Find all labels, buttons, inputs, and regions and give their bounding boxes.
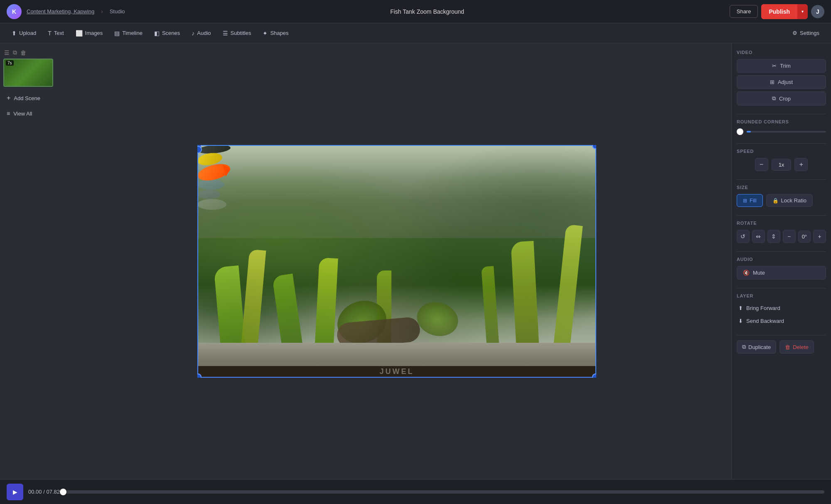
audio-button[interactable]: ♪ Audio (187, 27, 216, 39)
speed-increase-button[interactable]: + (794, 158, 808, 171)
text-button[interactable]: T Text (43, 27, 69, 39)
audio-section: AUDIO 🔇 Mute (737, 257, 826, 280)
share-button[interactable]: Share (730, 5, 758, 18)
delete-icon: 🗑 (785, 344, 790, 350)
trim-button[interactable]: ✂ Trim (737, 59, 826, 73)
user-avatar[interactable]: J (811, 5, 824, 18)
settings-label: Settings (800, 30, 819, 36)
mute-button[interactable]: 🔇 Mute (737, 266, 826, 280)
layer-title: LAYER (737, 293, 826, 298)
subtitles-label: Subtitles (231, 30, 251, 36)
timeline-thumb[interactable] (60, 489, 66, 495)
fill-icon: ⊞ (743, 198, 747, 204)
rotate-increase-button[interactable]: + (813, 230, 826, 243)
rotate-decrease-button[interactable]: − (783, 230, 796, 243)
nav-actions: Share Publish ▾ J (730, 4, 824, 19)
scene-thumbnail[interactable]: 7s (3, 59, 53, 87)
divider-1 (737, 114, 826, 114)
video-section-title: VIDEO (737, 50, 826, 55)
duplicate-icon: ⧉ (742, 344, 746, 350)
view-all-button[interactable]: ≡ View All (3, 108, 59, 119)
rotate-ccw-button[interactable]: ↺ (737, 230, 750, 243)
breadcrumb-link[interactable]: Content Marketing, Kapwing (27, 8, 94, 15)
speed-section: SPEED − 1x + (737, 149, 826, 171)
lock-ratio-button[interactable]: 🔒 Lock Ratio (766, 194, 813, 207)
speed-decrease-button[interactable]: − (755, 158, 768, 171)
scene-copy-button[interactable]: ⧉ (12, 48, 18, 57)
top-nav: K Content Marketing, Kapwing › Studio Fi… (0, 0, 831, 23)
subtitles-icon: ☰ (223, 30, 228, 37)
video-section: VIDEO ✂ Trim ⊞ Adjust ⧉ Crop (737, 50, 826, 106)
mute-icon: 🔇 (743, 270, 750, 276)
text-label: Text (54, 30, 64, 36)
canvas-area[interactable]: JUWEL (62, 43, 731, 479)
crop-button[interactable]: ⧉ Crop (737, 91, 826, 106)
document-title: Fish Tank Zoom Background (130, 8, 725, 15)
scenes-icon: ◧ (154, 30, 160, 37)
play-button[interactable]: ▶ (7, 484, 23, 500)
divider-6 (737, 288, 826, 288)
divider-5 (737, 251, 826, 252)
timeline-track-area: 00.00 / 07.82 (28, 489, 824, 495)
app-logo: K (7, 4, 22, 19)
add-icon: + (7, 94, 10, 102)
bottom-action-buttons: ⧉ Duplicate 🗑 Delete (737, 340, 826, 354)
upload-button[interactable]: ⬆ Upload (7, 27, 41, 39)
crop-icon: ⧉ (772, 95, 776, 102)
speed-value: 1x (772, 159, 792, 171)
scene-delete-button[interactable]: 🗑 (20, 48, 27, 57)
images-label: Images (85, 30, 103, 36)
flip-h-button[interactable]: ⇔ (752, 230, 765, 243)
add-scene-button[interactable]: + Add Scene (3, 92, 59, 104)
settings-button[interactable]: ⚙ Settings (787, 27, 824, 39)
subtitles-button[interactable]: ☰ Subtitles (218, 27, 256, 39)
studio-label: Studio (110, 8, 125, 15)
delete-button[interactable]: 🗑 Delete (779, 340, 814, 354)
shapes-icon: ✦ (263, 30, 268, 37)
canvas-wrapper: JUWEL (197, 145, 596, 378)
flip-v-button[interactable]: ⇕ (767, 230, 780, 243)
scenes-button[interactable]: ◧ Scenes (149, 27, 185, 39)
adjust-icon: ⊞ (770, 79, 774, 85)
scene-reorder-button[interactable]: ☰ (3, 48, 10, 57)
lock-icon: 🔒 (772, 198, 779, 204)
timeline-button[interactable]: ▤ Timeline (109, 27, 148, 39)
toolbar: ⬆ Upload T Text ⬜ Images ▤ Timeline ◧ Sc… (0, 23, 831, 43)
add-scene-label: Add Scene (14, 95, 40, 101)
layer-section: LAYER ⬆ Bring Forward ⬇ Send Backward (737, 293, 826, 327)
crop-label: Crop (779, 96, 791, 102)
timeline-bar[interactable] (63, 490, 824, 494)
list-icon: ≡ (7, 110, 10, 117)
duplicate-label: Duplicate (748, 344, 771, 350)
audio-title: AUDIO (737, 257, 826, 262)
send-backward-button[interactable]: ⬇ Send Backward (737, 315, 826, 327)
scene-controls: ☰ ⧉ 🗑 (3, 48, 59, 57)
divider-2 (737, 143, 826, 144)
slider-handle[interactable] (737, 128, 743, 135)
send-backward-icon: ⬇ (738, 318, 743, 324)
lock-ratio-label: Lock Ratio (781, 197, 806, 204)
images-icon: ⬜ (76, 30, 83, 37)
timeline-icon: ▤ (114, 30, 120, 37)
bring-forward-label: Bring Forward (746, 305, 780, 311)
trim-label: Trim (780, 63, 791, 69)
adjust-button[interactable]: ⊞ Adjust (737, 75, 826, 89)
settings-icon: ⚙ (792, 30, 797, 36)
slider-track[interactable] (747, 131, 826, 133)
divider-4 (737, 215, 826, 216)
publish-button[interactable]: Publish (761, 4, 797, 19)
rotate-value: 0° (798, 231, 811, 243)
bring-forward-icon: ⬆ (738, 305, 743, 311)
rotate-controls: ↺ ⇔ ⇕ − 0° + (737, 230, 826, 243)
send-backward-label: Send Backward (746, 318, 784, 324)
images-button[interactable]: ⬜ Images (71, 27, 108, 39)
fill-button[interactable]: ⊞ Fill (737, 194, 763, 207)
duplicate-button[interactable]: ⧉ Duplicate (737, 340, 776, 354)
publish-caret-button[interactable]: ▾ (797, 4, 808, 19)
total-time: 07.82 (46, 489, 60, 495)
bring-forward-button[interactable]: ⬆ Bring Forward (737, 302, 826, 314)
divider-3 (737, 179, 826, 180)
left-sidebar: ☰ ⧉ 🗑 7s + Add Scene ≡ View All (0, 43, 62, 479)
upload-label: Upload (19, 30, 36, 36)
shapes-button[interactable]: ✦ Shapes (258, 27, 293, 39)
